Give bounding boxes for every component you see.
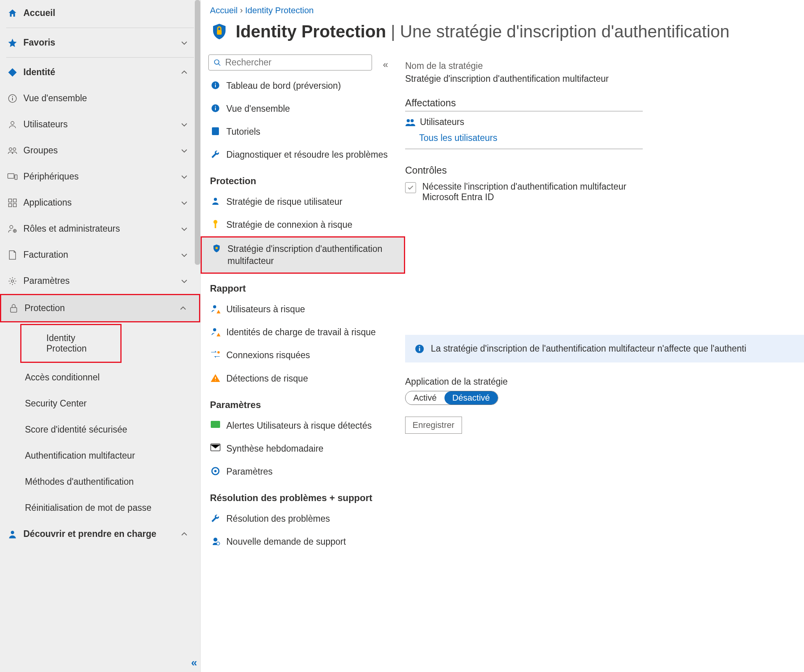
controls-row[interactable]: Nécessite l'inscription d'authentificati… — [405, 181, 643, 202]
rm-risky-users[interactable]: Utilisateurs à risque — [201, 298, 405, 321]
chevron-down-icon — [180, 251, 192, 259]
svg-point-12 — [11, 280, 14, 282]
breadcrumb-current[interactable]: Identity Protection — [245, 5, 314, 16]
rm-mfa-reg-policy[interactable]: Stratégie d'inscription d'authentificati… — [201, 236, 405, 274]
rm-user-risk-policy[interactable]: Stratégie de risque utilisateur — [201, 190, 405, 213]
rm-dashboard[interactable]: Tableau de bord (préversion) — [201, 74, 405, 97]
apps-icon — [4, 198, 21, 208]
svg-rect-9 — [13, 204, 16, 207]
rm-risky-signins-label: Connexions risquées — [226, 349, 397, 361]
nav-groups[interactable]: Groupes — [0, 137, 200, 164]
rm-risky-workload[interactable]: Identités de charge de travail à risque — [201, 321, 405, 344]
sidebar-collapse-button[interactable]: « — [191, 656, 195, 669]
nav-devices[interactable]: Périphériques — [0, 164, 200, 190]
nav-roles[interactable]: Rôles et administrateurs — [0, 216, 200, 242]
wrench-icon — [210, 513, 221, 523]
person-icon — [4, 120, 21, 129]
nav-learn-label: Découvrir et prendre en charge — [23, 529, 156, 539]
rm-signin-risk-policy[interactable]: Stratégie de connexion à risque — [201, 213, 405, 236]
chevron-down-icon — [180, 146, 192, 155]
rm-signin-risk-policy-label: Stratégie de connexion à risque — [226, 219, 397, 231]
chevron-up-icon — [179, 304, 191, 313]
gear-blue-icon — [210, 466, 221, 476]
svg-rect-5 — [15, 175, 17, 179]
svg-rect-8 — [9, 204, 12, 207]
rm-section-report: Rapport — [201, 274, 405, 298]
nav-auth-methods-label: Méthodes d'authentification — [25, 477, 134, 487]
nav-mfa[interactable]: Authentification multifacteur — [0, 443, 200, 469]
svg-point-2 — [9, 148, 12, 150]
rm-settings-label: Paramètres — [226, 466, 397, 478]
nav-pwd-reset-label: Réinitialisation de mot de passe — [25, 503, 152, 513]
nav-devices-label: Périphériques — [23, 171, 79, 182]
svg-rect-19 — [212, 127, 219, 135]
resmenu-collapse-button[interactable]: « — [383, 59, 388, 70]
rm-risky-signins[interactable]: Connexions risquées — [201, 344, 405, 367]
nav-identity[interactable]: Identité — [0, 59, 200, 85]
nav-applications-label: Applications — [23, 197, 72, 208]
svg-point-30 — [214, 470, 217, 472]
nav-applications[interactable]: Applications — [0, 190, 200, 216]
svg-rect-15 — [217, 30, 222, 35]
rm-alerts-label: Alertes Utilisateurs à risque détectés — [226, 420, 397, 432]
nav-learn[interactable]: Découvrir et prendre en charge — [0, 521, 200, 547]
main-pane: Nom de la stratégie Stratégie d'inscript… — [405, 51, 804, 672]
rm-section-settings: Paramètres — [201, 390, 405, 414]
search-input[interactable] — [225, 57, 367, 68]
nav-secure-score[interactable]: Score d'identité sécurisée — [0, 417, 200, 443]
info-banner-text: La stratégie d'inscription de l'authenti… — [431, 343, 746, 354]
rm-settings[interactable]: Paramètres — [201, 460, 405, 483]
rm-alerts[interactable]: Alertes Utilisateurs à risque détectés — [201, 414, 405, 437]
nav-home[interactable]: Accueil — [0, 0, 200, 26]
nav-pwd-reset[interactable]: Réinitialisation de mot de passe — [0, 495, 200, 521]
rm-new-support[interactable]: Nouvelle demande de support — [201, 530, 405, 553]
rm-overview[interactable]: Vue d'ensemble — [201, 97, 405, 120]
nav-home-label: Accueil — [23, 8, 55, 18]
nav-auth-methods[interactable]: Méthodes d'authentification — [0, 469, 200, 495]
svg-point-34 — [411, 119, 414, 122]
nav-protection-label: Protection — [25, 303, 65, 313]
policy-name-value: Stratégie d'inscription d'authentificati… — [405, 74, 795, 84]
home-icon — [4, 8, 21, 18]
svg-point-32 — [217, 542, 220, 545]
rm-diagnose[interactable]: Diagnostiquer et résoudre les problèmes — [201, 143, 405, 166]
save-button[interactable]: Enregistrer — [405, 417, 462, 434]
nav-settings[interactable]: Paramètres — [0, 268, 200, 294]
nav-overview[interactable]: Vue d'ensemble — [0, 85, 200, 111]
assignments-heading: Affectations — [405, 97, 643, 111]
search-box[interactable] — [208, 55, 372, 70]
nav-users[interactable]: Utilisateurs — [0, 111, 200, 137]
page-title: Identity Protection | Une stratégie d'in… — [236, 22, 730, 41]
svg-point-3 — [13, 148, 16, 150]
svg-point-14 — [11, 531, 14, 534]
nav-identity-protection[interactable]: Identity Protection — [20, 324, 122, 363]
svg-rect-22 — [215, 223, 216, 228]
info-filled-icon — [414, 344, 425, 354]
rm-risk-detections[interactable]: Détections de risque — [201, 367, 405, 390]
chevron-down-icon — [180, 120, 192, 129]
card-icon — [210, 420, 221, 428]
diamond-icon — [4, 67, 21, 77]
rm-tutorials[interactable]: Tutoriels — [201, 120, 405, 143]
chevron-up-icon — [180, 530, 192, 538]
chevron-down-icon — [180, 39, 192, 47]
assignments-users-value[interactable]: Tous les utilisateurs — [405, 133, 643, 149]
wrench-icon — [210, 149, 221, 159]
nav-billing[interactable]: Facturation — [0, 242, 200, 268]
enforce-toggle[interactable]: Activé Désactivé — [405, 391, 498, 405]
gear-icon — [4, 276, 21, 286]
enforce-disabled[interactable]: Désactivé — [444, 391, 498, 405]
star-icon — [4, 38, 21, 48]
enforce-enabled[interactable]: Activé — [406, 391, 444, 405]
nav-favorites[interactable]: Favoris — [0, 30, 200, 56]
checkbox-checked-icon[interactable] — [405, 182, 416, 193]
assignments-users-block[interactable]: Utilisateurs Tous les utilisateurs — [405, 111, 643, 149]
nav-security-center[interactable]: Security Center — [0, 391, 200, 417]
svg-point-24 — [213, 305, 216, 308]
nav-security-center-label: Security Center — [25, 398, 87, 409]
breadcrumb-home[interactable]: Accueil — [210, 5, 238, 16]
rm-troubleshoot[interactable]: Résolution des problèmes — [201, 507, 405, 530]
rm-weekly-digest[interactable]: Synthèse hebdomadaire — [201, 437, 405, 460]
nav-conditional-access[interactable]: Accès conditionnel — [0, 364, 200, 391]
nav-protection[interactable]: Protection — [0, 294, 200, 322]
